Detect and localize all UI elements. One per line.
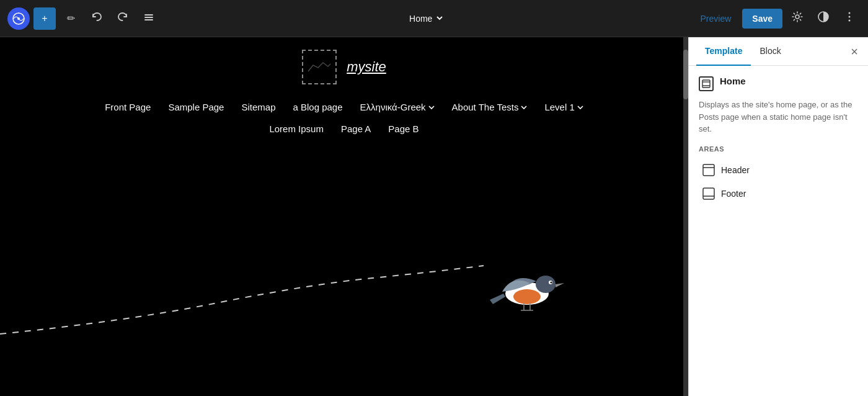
tab-block[interactable]: Block — [751, 37, 789, 66]
pen-icon: ✏ — [67, 12, 75, 24]
contrast-button[interactable] — [812, 7, 835, 30]
template-home-description: Displays as the site's home page, or as … — [699, 99, 858, 135]
svg-point-1 — [17, 17, 20, 20]
header-area-icon — [702, 164, 715, 176]
save-button[interactable]: Save — [742, 9, 782, 29]
redo-icon — [117, 12, 128, 25]
redo-button[interactable] — [112, 7, 134, 30]
tab-template[interactable]: Template — [696, 37, 751, 66]
svg-point-14 — [551, 282, 552, 284]
svg-point-7 — [849, 12, 851, 14]
nav-label-greek: Ελληνικά-Greek — [360, 102, 426, 112]
contrast-icon — [817, 11, 830, 26]
panel-close-button[interactable]: × — [848, 43, 861, 60]
template-home-title: Home — [720, 76, 746, 86]
nav-item-level1[interactable]: Level 1 — [537, 99, 590, 115]
template-home-section: Home — [699, 76, 858, 91]
plus-icon: + — [42, 13, 47, 24]
nav-item-greek[interactable]: Ελληνικά-Greek — [353, 99, 442, 115]
site-header: mysite Front Page Sample Page Sitemap a … — [0, 37, 688, 137]
undo-button[interactable] — [86, 7, 108, 30]
gear-icon — [791, 11, 804, 26]
right-panel: Template Block × Home Displays as the si… — [688, 37, 868, 396]
wp-logo-button[interactable] — [7, 7, 30, 30]
area-footer[interactable]: Footer — [699, 182, 858, 205]
svg-point-11 — [536, 276, 556, 293]
primary-navigation: Front Page Sample Page Sitemap a Blog pa… — [97, 99, 591, 115]
svg-rect-24 — [703, 188, 714, 199]
panel-body: Home Displays as the site's home page, o… — [689, 66, 868, 396]
area-footer-label: Footer — [721, 189, 746, 199]
settings-button[interactable] — [786, 7, 808, 30]
list-icon — [143, 12, 154, 25]
footer-area-icon — [702, 187, 715, 200]
nav-item-sitemap[interactable]: Sitemap — [234, 99, 283, 115]
canvas-scrollbar[interactable] — [683, 37, 688, 396]
bird-area — [0, 222, 688, 346]
chevron-down-icon — [436, 14, 443, 24]
nav-item-blog-page[interactable]: a Blog page — [285, 99, 350, 115]
svg-point-12 — [513, 289, 541, 304]
home-template-icon — [699, 76, 714, 91]
site-logo-area: mysite — [302, 50, 386, 84]
dashed-path-svg — [0, 222, 682, 346]
add-block-button[interactable]: + — [33, 7, 56, 30]
area-header-label: Header — [721, 165, 750, 175]
svg-point-9 — [849, 20, 851, 22]
tools-button[interactable]: ✏ — [60, 7, 82, 30]
site-logo-box — [302, 50, 337, 84]
list-view-button[interactable] — [138, 7, 160, 30]
canvas-scrollbar-thumb[interactable] — [683, 50, 688, 99]
nav-item-sample-page[interactable]: Sample Page — [161, 99, 231, 115]
area-header[interactable]: Header — [699, 159, 858, 181]
undo-icon — [91, 12, 102, 25]
svg-point-5 — [795, 15, 799, 19]
nav-item-page-b[interactable]: Page B — [381, 121, 426, 137]
toolbar-right: Preview Save — [693, 7, 861, 30]
sub-navigation: Lorem Ipsum Page A Page B — [262, 121, 426, 137]
bird-svg — [484, 259, 570, 315]
page-title-dropdown[interactable]: Home — [402, 10, 451, 27]
nav-item-page-a[interactable]: Page A — [334, 121, 378, 137]
nav-item-front-page[interactable]: Front Page — [97, 99, 158, 115]
toolbar: + ✏ Home — [0, 0, 868, 37]
nav-label-about-tests: About The Tests — [452, 102, 519, 112]
preview-button[interactable]: Preview — [693, 10, 739, 27]
vertical-dots-icon — [843, 11, 856, 26]
nav-item-lorem-ipsum[interactable]: Lorem Ipsum — [262, 121, 331, 137]
main-area: mysite Front Page Sample Page Sitemap a … — [0, 37, 868, 396]
site-name: mysite — [347, 59, 386, 75]
toolbar-center: Home — [164, 10, 689, 27]
nav-label-level1: Level 1 — [544, 102, 574, 112]
areas-label: AREAS — [699, 145, 858, 153]
panel-tabs: Template Block × — [689, 37, 868, 66]
more-options-button[interactable] — [838, 7, 861, 30]
svg-rect-22 — [703, 164, 714, 176]
svg-rect-19 — [702, 80, 710, 88]
page-title-text: Home — [409, 14, 432, 24]
template-home-info: Home — [720, 76, 746, 90]
nav-item-about-tests[interactable]: About The Tests — [445, 99, 535, 115]
canvas: mysite Front Page Sample Page Sitemap a … — [0, 37, 688, 396]
svg-point-8 — [849, 16, 851, 18]
